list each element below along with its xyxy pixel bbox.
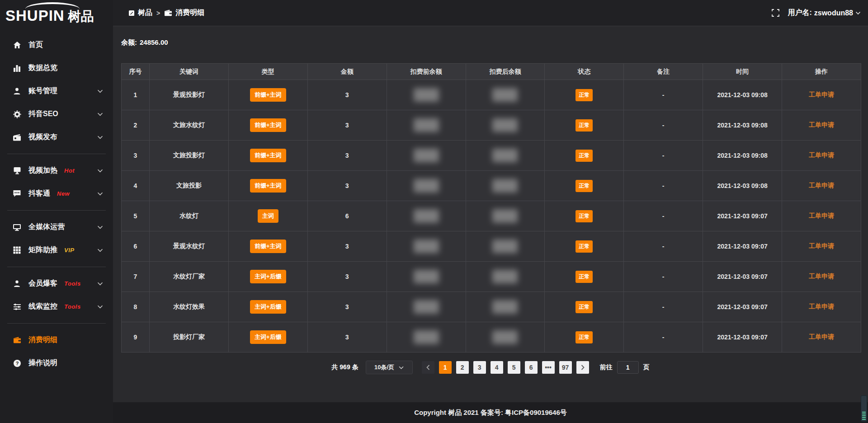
sidebar-item-7[interactable]: 全媒体运营: [0, 216, 113, 239]
type-badge: 前缀+主词: [250, 118, 286, 132]
sidebar-item-5[interactable]: 视频加热Hot: [0, 159, 113, 182]
work-order-link[interactable]: 工单申请: [809, 151, 834, 159]
sidebar-item-badge: Tools: [64, 303, 81, 310]
more-pages-button[interactable]: •••: [542, 361, 555, 374]
cell-status: 正常: [545, 80, 624, 110]
chevron-down-icon: [97, 136, 103, 139]
page-button-2[interactable]: 2: [456, 361, 469, 374]
video-icon: [12, 134, 22, 141]
cell-amount: 3: [307, 322, 387, 352]
page-button-4[interactable]: 4: [491, 361, 503, 374]
gear-icon: [12, 110, 22, 118]
sidebar-item-6[interactable]: 抖客通New: [0, 182, 113, 205]
cell-keyword: 水纹灯效果: [150, 292, 229, 322]
cell-time: 2021-12-03 09:08: [703, 110, 782, 141]
work-order-link[interactable]: 工单申请: [809, 182, 834, 189]
cell-action: 工单申请: [782, 292, 861, 322]
sidebar-item-12[interactable]: ?操作说明: [0, 352, 113, 375]
cell-balance-after: [466, 110, 545, 141]
cell-status: 正常: [545, 110, 624, 141]
cell-time: 2021-12-03 09:07: [703, 322, 782, 352]
work-order-link[interactable]: 工单申请: [809, 242, 834, 249]
page-button-3[interactable]: 3: [473, 361, 486, 374]
sidebar-item-0[interactable]: 首页: [0, 33, 113, 56]
cell-action: 工单申请: [782, 201, 861, 231]
work-order-link[interactable]: 工单申请: [809, 273, 834, 280]
cell-amount: 3: [307, 262, 387, 292]
wallet-icon: [12, 337, 22, 343]
page-button-1[interactable]: 1: [439, 361, 452, 374]
balance-value: 24856.00: [140, 38, 168, 46]
column-header: 序号: [122, 64, 150, 80]
corner-widget[interactable]: [861, 395, 867, 422]
page-button-6[interactable]: 6: [525, 361, 538, 374]
work-order-link[interactable]: 工单申请: [809, 333, 834, 340]
blurred-value: [414, 149, 439, 162]
sidebar-item-4[interactable]: 视频发布: [0, 126, 113, 149]
column-header: 扣费后余额: [466, 64, 545, 80]
sidebar-item-9[interactable]: 会员爆客Tools: [0, 272, 113, 295]
fullscreen-icon[interactable]: [772, 9, 779, 17]
pagination-total: 共 969 条: [331, 363, 358, 371]
sidebar-item-label: 抖客通: [28, 189, 50, 198]
page-button-97[interactable]: 97: [559, 361, 572, 374]
cell-amount: 3: [307, 292, 387, 322]
blurred-value: [414, 330, 439, 344]
cell-balance-before: [387, 110, 466, 141]
topbar: 树品>消费明细 用户名: zswodun88: [113, 0, 868, 26]
sidebar-item-badge: New: [57, 190, 70, 197]
chevron-down-icon: [97, 226, 103, 229]
chevron-down-icon: [97, 169, 103, 173]
sidebar-item-badge: VIP: [64, 247, 74, 254]
page-size-value: 10条/页: [374, 363, 394, 371]
next-page-button[interactable]: [576, 361, 589, 374]
sidebar-item-2[interactable]: 账号管理: [0, 80, 113, 103]
cell-remark: -: [624, 201, 703, 231]
breadcrumb: 树品>消费明细: [128, 8, 204, 18]
prev-page-button[interactable]: [422, 361, 434, 374]
grid-icon: [12, 246, 22, 254]
breadcrumb-item-0[interactable]: 树品: [128, 8, 152, 18]
table-row: 1景观投影灯前缀+主词3正常-2021-12-03 09:08工单申请: [122, 80, 861, 110]
type-badge: 主词: [258, 209, 278, 223]
cell-action: 工单申请: [782, 322, 861, 352]
breadcrumb-item-1[interactable]: 消费明细: [164, 8, 204, 18]
blurred-value: [414, 179, 439, 193]
work-order-link[interactable]: 工单申请: [809, 121, 834, 128]
page-size-select[interactable]: 10条/页: [366, 361, 413, 374]
work-order-link[interactable]: 工单申请: [809, 303, 834, 310]
menu-divider: [7, 210, 106, 211]
cell-balance-before: [387, 80, 466, 110]
sidebar-item-1[interactable]: 数据总览: [0, 56, 113, 80]
question-icon: ?: [12, 359, 22, 367]
cell-no: 3: [122, 141, 150, 171]
work-order-link[interactable]: 工单申请: [809, 91, 834, 98]
cell-time: 2021-12-03 09:07: [703, 201, 782, 231]
cell-time: 2021-12-03 09:08: [703, 80, 782, 110]
cell-balance-after: [466, 80, 545, 110]
cell-balance-before: [387, 292, 466, 322]
brand-logo[interactable]: SHUPIN树品: [0, 0, 113, 27]
goto-page-input[interactable]: [617, 361, 639, 374]
cell-no: 6: [122, 231, 150, 262]
chevron-down-icon: [399, 366, 404, 369]
table-row: 7水纹灯厂家主词+后缀3正常-2021-12-03 09:07工单申请: [122, 262, 861, 292]
sidebar-item-11[interactable]: 消费明细: [0, 329, 113, 352]
table-row: 3文旅投影灯前缀+主词3正常-2021-12-03 09:08工单申请: [122, 141, 861, 171]
page-button-5[interactable]: 5: [508, 361, 520, 374]
sidebar-item-label: 全媒体运营: [28, 222, 65, 232]
blurred-value: [414, 300, 439, 314]
cell-balance-after: [466, 201, 545, 231]
cell-amount: 3: [307, 110, 387, 141]
sidebar-item-8[interactable]: 矩阵助推VIP: [0, 239, 113, 262]
sidebar-item-10[interactable]: 线索监控Tools: [0, 295, 113, 318]
work-order-link[interactable]: 工单申请: [809, 212, 834, 219]
cell-no: 5: [122, 201, 150, 231]
status-badge: 正常: [576, 150, 593, 162]
sidebar-item-label: 操作说明: [28, 358, 57, 368]
cell-status: 正常: [545, 262, 624, 292]
wallet-icon: [164, 9, 172, 16]
sidebar-item-3[interactable]: 抖音SEO: [0, 103, 113, 126]
cell-type: 主词+后缀: [228, 262, 307, 292]
user-menu[interactable]: 用户名: zswodun88: [788, 8, 861, 18]
